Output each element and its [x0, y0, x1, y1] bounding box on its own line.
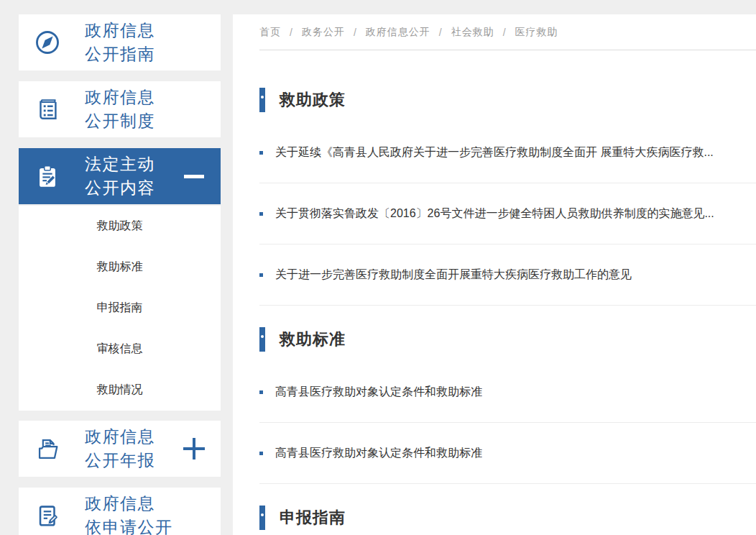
section-title-text: 救助政策 — [280, 89, 346, 111]
sidebar-item-label-line2: 公开年报 — [85, 449, 155, 472]
bullet-icon — [259, 151, 263, 155]
sidebar-item-label: 政府信息 公开年报 — [85, 425, 155, 472]
breadcrumb-link[interactable]: 首页 — [259, 26, 281, 39]
section-marker-icon — [259, 88, 265, 112]
sidebar-item-4[interactable]: 政府信息 公开年报 — [19, 421, 221, 477]
sidebar-item-label-line2: 依申请公开 — [85, 516, 173, 535]
application-doc-icon — [34, 502, 61, 529]
sections: 救助政策 关于延续《高青县人民政府关于进一步完善医疗救助制度全面开 展重特大疾病… — [259, 50, 756, 535]
breadcrumb-link[interactable]: 社会救助 — [451, 26, 494, 39]
breadcrumb-link[interactable]: 政务公开 — [302, 26, 345, 39]
sidebar-submenu: 救助政策救助标准申报指南审核信息救助情况 — [19, 206, 221, 411]
breadcrumb-current: 医疗救助 — [515, 26, 558, 39]
expand-icon[interactable] — [183, 438, 205, 459]
sidebar-item-label-line1: 政府信息 — [85, 86, 155, 109]
submenu-item[interactable]: 救助政策 — [19, 206, 221, 247]
sidebar-item-label-line2: 公开指南 — [85, 42, 155, 66]
sidebar-item-5[interactable]: 政府信息 依申请公开 — [19, 488, 221, 535]
section-title-text: 申报指南 — [280, 507, 346, 529]
sidebar-item-3[interactable]: 法定主动 公开内容 — [19, 148, 221, 204]
section-items: 高青县医疗救助对象认定条件和救助标准 高青县医疗救助对象认定条件和救助标准 — [259, 362, 756, 484]
list-item: 关于贯彻落实鲁政发〔2016〕26号文件进一步健全特困人员救助供养制度的实施意见… — [259, 183, 756, 244]
clipboard-pencil-icon — [34, 163, 61, 190]
section-marker-icon — [259, 327, 265, 352]
list-item: 高青县医疗救助对象认定条件和救助标准 — [259, 362, 756, 423]
content-section: 救助政策 关于延续《高青县人民政府关于进一步完善医疗救助制度全面开 展重特大疾病… — [259, 50, 756, 306]
section-items: 关于延续《高青县人民政府关于进一步完善医疗救助制度全面开 展重特大疾病医疗救..… — [259, 122, 756, 306]
bullet-icon — [259, 452, 263, 455]
sidebar-item-label: 政府信息 公开指南 — [85, 19, 155, 66]
list-item-link[interactable]: 高青县医疗救助对象认定条件和救助标准 — [275, 446, 482, 461]
list-item-link[interactable]: 高青县医疗救助对象认定条件和救助标准 — [275, 385, 482, 400]
section-title: 救助政策 — [259, 50, 756, 122]
breadcrumb-separator: / — [503, 27, 507, 38]
bullet-icon — [259, 273, 263, 277]
page: 政府信息 公开指南 政府信息 公开制度 法定主动 公开内容 救助政策救助标准申报… — [0, 0, 756, 535]
sidebar-item-label-line1: 法定主动 — [85, 152, 155, 176]
annual-report-folder-icon — [34, 435, 61, 462]
sidebar-item-1[interactable]: 政府信息 公开指南 — [19, 14, 221, 70]
collapse-icon[interactable] — [183, 165, 205, 187]
list-item: 高青县医疗救助对象认定条件和救助标准 — [259, 423, 756, 484]
list-item-link[interactable]: 关于贯彻落实鲁政发〔2016〕26号文件进一步健全特困人员救助供养制度的实施意见… — [275, 206, 714, 221]
breadcrumb-separator: / — [439, 27, 443, 38]
sidebar: 政府信息 公开指南 政府信息 公开制度 法定主动 公开内容 救助政策救助标准申报… — [19, 14, 221, 535]
sidebar-item-label: 政府信息 依申请公开 — [85, 492, 173, 535]
submenu-item[interactable]: 审核信息 — [19, 329, 221, 370]
section-marker-icon — [259, 506, 265, 530]
list-item: 关于延续《高青县人民政府关于进一步完善医疗救助制度全面开 展重特大疾病医疗救..… — [259, 122, 756, 183]
sidebar-item-label-line2: 公开内容 — [85, 176, 155, 200]
sidebar-item-2[interactable]: 政府信息 公开制度 — [19, 81, 221, 137]
breadcrumb-link[interactable]: 政府信息公开 — [366, 26, 430, 39]
submenu-item[interactable]: 救助标准 — [19, 247, 221, 288]
compass-icon — [34, 29, 61, 56]
sidebar-item-label-line1: 政府信息 — [85, 425, 155, 449]
sidebar-item-label: 政府信息 公开制度 — [85, 86, 155, 133]
list-item-link[interactable]: 关于进一步完善医疗救助制度全面开展重特大疾病医疗救助工作的意见 — [275, 268, 632, 283]
submenu-item[interactable]: 申报指南 — [19, 288, 221, 329]
sidebar-item-label-line1: 政府信息 — [85, 492, 173, 516]
list-item-link[interactable]: 关于延续《高青县人民政府关于进一步完善医疗救助制度全面开 展重特大疾病医疗救..… — [275, 145, 714, 160]
sidebar-item-label-line2: 公开制度 — [85, 109, 155, 133]
submenu-item[interactable]: 救助情况 — [19, 370, 221, 411]
content-inner: 首页/政务公开/政府信息公开/社会救助/医疗救助 救助政策 关于延续《高青县人民… — [233, 14, 756, 535]
content-section: 救助标准 高青县医疗救助对象认定条件和救助标准 高青县医疗救助对象认定条件和救助… — [259, 306, 756, 484]
breadcrumb-separator: / — [354, 27, 357, 38]
main-content: 首页/政务公开/政府信息公开/社会救助/医疗救助 救助政策 关于延续《高青县人民… — [233, 14, 756, 535]
bullet-icon — [259, 390, 263, 394]
list-item: 关于进一步完善医疗救助制度全面开展重特大疾病医疗救助工作的意见 — [259, 244, 756, 306]
content-section: 申报指南 — [259, 484, 756, 535]
rules-book-icon — [34, 96, 61, 123]
section-title: 申报指南 — [259, 484, 756, 535]
sidebar-item-label: 法定主动 公开内容 — [85, 152, 155, 200]
breadcrumb: 首页/政务公开/政府信息公开/社会救助/医疗救助 — [259, 14, 756, 50]
section-title-text: 救助标准 — [280, 329, 346, 350]
breadcrumb-separator: / — [290, 27, 293, 38]
bullet-icon — [259, 212, 263, 216]
section-title: 救助标准 — [259, 306, 756, 362]
sidebar-item-label-line1: 政府信息 — [85, 19, 155, 42]
